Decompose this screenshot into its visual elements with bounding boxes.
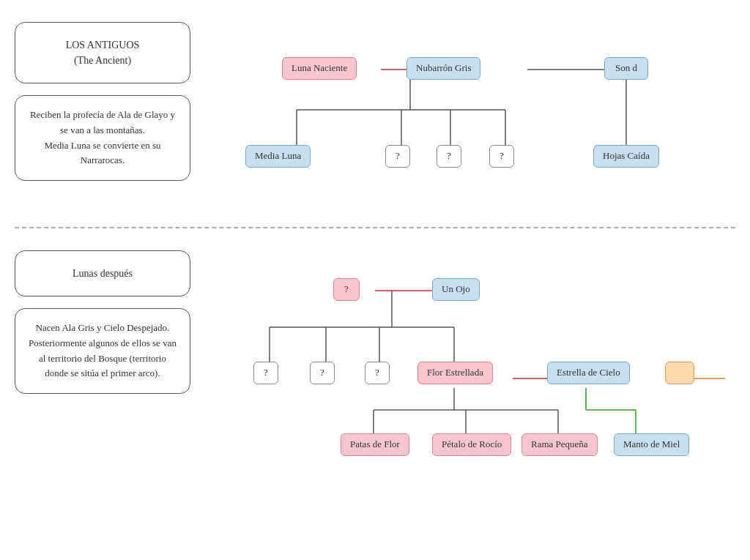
node-q4: ? xyxy=(253,362,278,384)
node-son-d: Son d xyxy=(604,57,648,80)
section-2: Lunas después Nacen Ala Gris y Cielo Des… xyxy=(0,228,750,536)
section-1-connectors xyxy=(212,15,750,227)
section-2-title: Lunas después xyxy=(15,250,190,296)
node-partial-orange xyxy=(665,362,694,384)
section-2-description: Nacen Ala Gris y Cielo Despejado. Poster… xyxy=(15,308,190,394)
node-q6: ? xyxy=(365,362,390,384)
node-un-ojo: Un Ojo xyxy=(432,278,480,301)
node-q2: ? xyxy=(437,145,461,168)
section-1-title: LOS ANTIGUOS (The Ancient) xyxy=(15,22,190,83)
section-1-text-area: LOS ANTIGUOS (The Ancient) Reciben la pr… xyxy=(15,22,190,181)
node-estrella-de-cielo: Estrella de Cielo xyxy=(547,362,630,384)
section-1-desc-text: Reciben la profecía de Ala de Glayo y se… xyxy=(30,109,175,165)
section-2-title-text: Lunas después xyxy=(73,268,133,279)
node-manto-de-miel: Manto de Miel xyxy=(614,433,689,456)
node-hojas-caidas: Hojas Caída xyxy=(593,145,659,168)
node-q-mother: ? xyxy=(333,278,360,301)
node-petalo-de-rocio: Pétalo de Rocío xyxy=(432,433,511,456)
node-q1: ? xyxy=(385,145,410,168)
section-1-description: Reciben la profecía de Ala de Glayo y se… xyxy=(15,95,190,181)
node-nubarron-gris: Nubarrón Gris xyxy=(406,57,480,80)
node-luna-naciente: Luna Naciente xyxy=(282,57,357,80)
section-1-title-text: LOS ANTIGUOS (The Ancient) xyxy=(66,40,140,66)
section-1-tree: Luna Naciente Nubarrón Gris Media Luna ?… xyxy=(212,15,750,227)
section-2-tree: ? Un Ojo ? ? ? Flor Estrellada Estrella … xyxy=(212,243,750,521)
node-q5: ? xyxy=(310,362,335,384)
partial-orange-label xyxy=(678,367,680,378)
node-media-luna: Media Luna xyxy=(245,145,311,168)
section-2-desc-text: Nacen Ala Gris y Cielo Despejado. Poster… xyxy=(29,322,177,378)
node-q3: ? xyxy=(489,145,514,168)
node-patas-de-flor: Patas de Flor xyxy=(341,433,409,456)
node-flor-estrellada: Flor Estrellada xyxy=(417,362,493,384)
node-rama-pequena: Rama Pequeña xyxy=(521,433,598,456)
section-1: LOS ANTIGUOS (The Ancient) Reciben la pr… xyxy=(0,0,750,227)
section-2-text-area: Lunas después Nacen Ala Gris y Cielo Des… xyxy=(15,250,190,394)
